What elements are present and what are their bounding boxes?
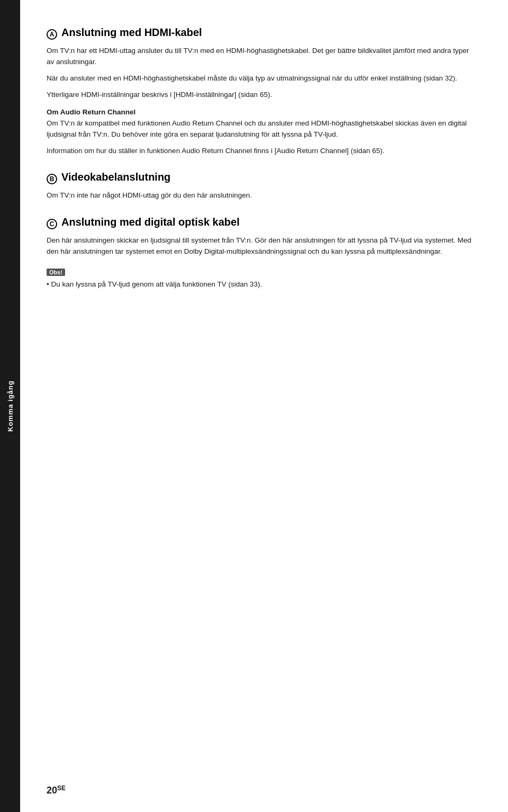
section-b-letter: B [47,174,57,184]
page-number: 20SE [47,784,66,796]
obs-section: Obs! • Du kan lyssna på TV-ljud genom at… [47,267,476,290]
page-number-suffix: SE [57,784,66,792]
section-b-paragraph1: Om TV:n inte har något HDMI-uttag gör du… [47,190,476,201]
section-a-heading: A Anslutning med HDMI-kabel [47,26,476,39]
main-content: A Anslutning med HDMI-kabel Om TV:n har … [20,0,508,812]
section-a-subsection-paragraph2: Information om hur du ställer in funktio… [47,146,476,157]
section-a-paragraph2: När du ansluter med en HDMI-höghastighet… [47,73,476,84]
section-c: C Anslutning med digital optisk kabel De… [47,216,476,257]
section-b-heading: B Videokabelanslutning [47,171,476,184]
subsection-heading: Om Audio Return Channel [47,108,476,116]
obs-badge: Obs! [47,269,65,276]
section-c-title: Anslutning med digital optisk kabel [61,216,240,228]
obs-bullet: • Du kan lyssna på TV-ljud genom att väl… [47,279,476,290]
section-a-letter: A [47,29,57,40]
section-c-paragraph1: Den här anslutningen skickar en ljudsign… [47,235,476,257]
section-a-title: Anslutning med HDMI-kabel [61,26,202,39]
section-a-paragraph1: Om TV:n har ett HDMI-uttag ansluter du t… [47,46,476,68]
sidebar: Komma igång [0,0,20,812]
page-container: Komma igång A Anslutning med HDMI-kabel … [0,0,508,812]
section-a: A Anslutning med HDMI-kabel Om TV:n har … [47,26,476,156]
section-c-heading: C Anslutning med digital optisk kabel [47,216,476,229]
section-a-paragraph3: Ytterligare HDMI-inställningar beskrivs … [47,90,476,101]
section-a-subsection-paragraph1: Om TV:n är kompatibel med funktionen Aud… [47,118,476,140]
section-c-letter: C [47,219,57,229]
page-number-value: 20 [47,785,57,796]
section-b-title: Videokabelanslutning [61,171,170,183]
sidebar-label: Komma igång [6,380,14,432]
section-b: B Videokabelanslutning Om TV:n inte har … [47,171,476,201]
